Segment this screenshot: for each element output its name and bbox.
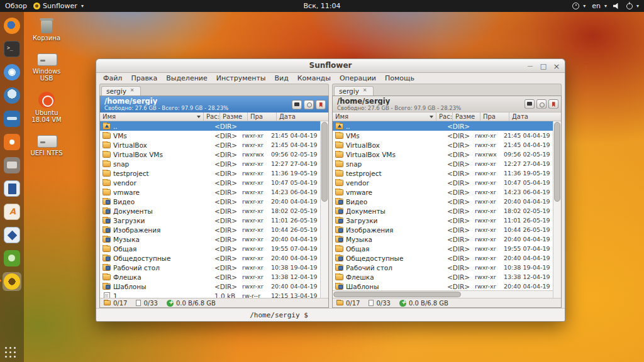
- file-row[interactable]: snap <DIR> rwxr-xr 12:27 27-04-19: [333, 159, 553, 168]
- menu-tools[interactable]: Инструменты: [212, 74, 270, 82]
- dock-item-libreoffice[interactable]: [3, 202, 21, 221]
- file-row[interactable]: VirtualBox VMs <DIR> rwxrwx 09:56 02-05-…: [333, 150, 553, 159]
- file-row[interactable]: Документы <DIR> rwxr-xr 18:02 02-05-19: [333, 206, 553, 216]
- menu-operations[interactable]: Операции: [335, 74, 380, 82]
- activities-button[interactable]: Обзор: [5, 2, 27, 10]
- tab-close-icon[interactable]: [363, 89, 369, 94]
- volume-indicator[interactable]: [613, 3, 620, 9]
- history-button[interactable]: [536, 99, 547, 109]
- system-menu[interactable]: [626, 3, 639, 9]
- file-row[interactable]: .. <DIR>: [100, 121, 320, 131]
- dock-item-libreoffice-writer[interactable]: [3, 179, 21, 198]
- file-row[interactable]: Изображения <DIR> rwxr-xr 10:44 26-05-19: [333, 225, 553, 234]
- file-row[interactable]: Музыка <DIR> rwxr-xr 20:40 04-04-19: [100, 234, 320, 244]
- file-row[interactable]: Видео <DIR> rwxr-xr 20:40 04-04-19: [333, 197, 553, 206]
- minimize-button[interactable]: [526, 62, 535, 70]
- accessibility-menu[interactable]: [572, 3, 586, 9]
- column-header-size[interactable]: Разме: [220, 112, 248, 121]
- scrollbar-thumb[interactable]: [333, 292, 461, 297]
- file-row[interactable]: Шаблоны <DIR> rwxr-xr 20:40 04-04-19: [100, 282, 320, 291]
- clock[interactable]: Вск, 11:04: [304, 2, 341, 10]
- file-row[interactable]: Изображения <DIR> rwxr-xr 10:44 26-05-19: [100, 225, 320, 234]
- right-tab-sergiy[interactable]: sergiy: [334, 86, 374, 96]
- open-terminal-button[interactable]: [292, 100, 302, 109]
- column-header-extension[interactable]: Рас:: [204, 112, 220, 121]
- scrollbar-thumb[interactable]: [554, 122, 560, 201]
- dock-item-archive[interactable]: [3, 156, 21, 175]
- dock-item-ubuntu-software[interactable]: [3, 133, 21, 151]
- desktop-icon[interactable]: Ubuntu 18.04 VM: [26, 92, 67, 123]
- dock-item-chromium[interactable]: [3, 63, 21, 82]
- column-header-name[interactable]: Имя: [333, 112, 436, 121]
- file-row[interactable]: Шаблоны <DIR> rwxr-xr 20:40 04-04-19: [333, 282, 553, 290]
- file-row[interactable]: Общедоступные <DIR> rwxr-xr 20:40 04-04-…: [100, 253, 320, 263]
- column-header-extension[interactable]: Рас:: [436, 112, 453, 121]
- file-row[interactable]: VMs <DIR> rwxr-xr 21:45 04-04-19: [333, 131, 553, 140]
- maximize-button[interactable]: [539, 62, 548, 70]
- column-header-date[interactable]: Дата: [277, 112, 328, 121]
- file-row[interactable]: vmware <DIR> rwxr-xr 14:23 06-04-19: [333, 187, 553, 197]
- file-row[interactable]: Флешка <DIR> rwxr-xr 13:38 12-04-19: [333, 272, 553, 282]
- desktop-icon[interactable]: Корзина: [26, 17, 67, 41]
- file-row[interactable]: Документы <DIR> rwxr-xr 18:02 02-05-19: [100, 206, 320, 216]
- dock-item-transmission[interactable]: [3, 86, 21, 105]
- file-row[interactable]: 1 1.0 kB rw-r--r 12:15 13-04-19: [100, 291, 320, 298]
- dock-item-remmina[interactable]: [3, 109, 21, 128]
- bookmarks-button[interactable]: [316, 100, 326, 109]
- desktop-icon[interactable]: UEFI NTFS: [26, 133, 67, 156]
- column-header-name[interactable]: Имя: [100, 112, 204, 121]
- file-row[interactable]: Загрузки <DIR> rwxr-xr 11:01 26-05-19: [100, 216, 320, 225]
- dock-item-gimp[interactable]: [3, 249, 21, 268]
- file-row[interactable]: VirtualBox <DIR> rwxr-xr 21:45 04-04-19: [333, 140, 553, 150]
- file-row[interactable]: vmware <DIR> rwxr-xr 14:23 06-04-19: [100, 187, 320, 197]
- file-row[interactable]: VirtualBox <DIR> rwxr-xr 21:45 04-04-19: [100, 140, 320, 150]
- right-path-bar[interactable]: /home/sergiy Свободно: 27.6 GB - Всего: …: [333, 96, 561, 112]
- file-row[interactable]: Общая <DIR> rwxr-xr 19:55 07-04-19: [333, 244, 553, 253]
- file-row[interactable]: Музыка <DIR> rwxr-xr 20:40 04-04-19: [333, 234, 553, 244]
- file-row[interactable]: vendor <DIR> rwxr-xr 10:47 05-04-19: [100, 178, 320, 187]
- desktop-icon[interactable]: Windows USB: [26, 52, 67, 82]
- app-menu[interactable]: Sunflower: [33, 2, 84, 10]
- column-header-permissions[interactable]: Пра: [248, 112, 277, 121]
- keyboard-layout-menu[interactable]: en: [592, 2, 607, 10]
- menu-edit[interactable]: Правка: [126, 74, 162, 82]
- dock-item-virtualbox[interactable]: [3, 226, 21, 244]
- file-row[interactable]: Видео <DIR> rwxr-xr 20:40 04-04-19: [100, 197, 320, 206]
- column-header-date[interactable]: Дата: [509, 112, 561, 121]
- file-row[interactable]: testproject <DIR> rwxr-xr 11:36 19-05-19: [333, 168, 553, 178]
- bookmarks-button[interactable]: [548, 99, 558, 109]
- menu-view[interactable]: Вид: [270, 74, 293, 82]
- file-row[interactable]: VMs <DIR> rwxr-xr 21:45 04-04-19: [100, 131, 320, 140]
- tab-close-icon[interactable]: [130, 89, 136, 94]
- menu-select[interactable]: Выделение: [162, 74, 212, 82]
- file-row[interactable]: Общедоступные <DIR> rwxr-xr 20:40 04-04-…: [333, 253, 553, 263]
- file-row[interactable]: Рабочий стол <DIR> rwxr-xr 10:38 19-04-1…: [100, 263, 320, 272]
- show-applications-button[interactable]: [5, 347, 16, 358]
- file-row[interactable]: Загрузки <DIR> rwxr-xr 11:01 26-05-19: [333, 216, 553, 225]
- file-row[interactable]: Флешка <DIR> rwxr-xr 13:38 12-04-19: [100, 272, 320, 282]
- right-horizontal-scrollbar[interactable]: [333, 290, 553, 298]
- scrollbar-thumb[interactable]: [321, 122, 328, 201]
- right-vertical-scrollbar[interactable]: [553, 121, 561, 298]
- file-row[interactable]: vendor <DIR> rwxr-xr 10:47 05-04-19: [333, 178, 553, 187]
- left-tab-sergiy[interactable]: sergiy: [101, 86, 141, 96]
- menu-help[interactable]: Помощь: [380, 74, 419, 82]
- menu-commands[interactable]: Команды: [293, 74, 335, 82]
- open-terminal-button[interactable]: [525, 99, 535, 109]
- file-row[interactable]: testproject <DIR> rwxr-xr 11:36 19-05-19: [100, 168, 320, 178]
- dock-item-terminal[interactable]: [3, 40, 21, 58]
- window-titlebar[interactable]: Sunflower: [96, 59, 565, 73]
- dock-item-sunflower[interactable]: [3, 272, 21, 291]
- left-path-bar[interactable]: /home/sergiy Свободно: 27.6 GB - Всего: …: [100, 96, 328, 112]
- history-button[interactable]: [304, 100, 314, 109]
- file-row[interactable]: Общая <DIR> rwxr-xr 19:55 07-04-19: [100, 244, 320, 253]
- column-header-size[interactable]: Разме: [453, 112, 480, 121]
- file-row[interactable]: snap <DIR> rwxr-xr 12:27 27-04-19: [100, 159, 320, 168]
- dock-item-firefox[interactable]: [3, 16, 21, 35]
- column-header-permissions[interactable]: Пра: [480, 112, 509, 121]
- command-input[interactable]: [311, 310, 411, 319]
- file-row[interactable]: VirtualBox VMs <DIR> rwxrwx 09:56 02-05-…: [100, 150, 320, 159]
- close-button[interactable]: [552, 62, 561, 70]
- left-vertical-scrollbar[interactable]: [320, 121, 328, 298]
- menu-file[interactable]: Файл: [99, 74, 126, 82]
